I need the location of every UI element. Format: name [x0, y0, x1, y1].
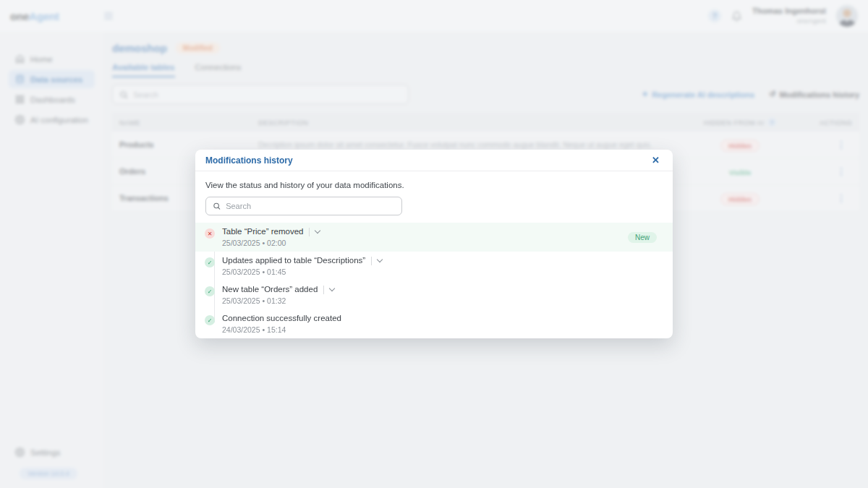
modification-title: Updates applied to table “Descriptions” — [222, 256, 365, 265]
modification-title: Connection successfully created — [222, 314, 341, 323]
divider — [371, 257, 372, 265]
modification-item: ✓ New table “Orders” added 25/03/2025 • … — [195, 281, 673, 309]
modification-title: Table “Price” removed — [222, 227, 303, 236]
chevron-down-icon[interactable] — [329, 286, 335, 291]
close-icon[interactable]: ✕ — [649, 153, 663, 167]
modal-search-input[interactable] — [226, 202, 395, 210]
divider — [309, 228, 310, 236]
modification-date: 25/03/2025 • 02:00 — [222, 239, 320, 247]
modification-title: New table “Orders” added — [222, 285, 318, 294]
modification-date: 25/03/2025 • 01:32 — [222, 296, 334, 305]
new-badge: New — [628, 232, 657, 243]
modal-search[interactable] — [205, 197, 402, 215]
modal-title: Modifications history — [205, 155, 293, 166]
chevron-down-icon[interactable] — [315, 228, 320, 234]
search-icon — [213, 202, 221, 210]
modification-item: ✕ Table “Price” removed 25/03/2025 • 02:… — [195, 223, 673, 252]
modification-date: 25/03/2025 • 01:45 — [222, 267, 382, 276]
success-status-icon: ✓ — [205, 257, 215, 267]
divider — [323, 286, 324, 294]
modification-item: ✓ Connection successfully created 24/03/… — [195, 309, 673, 338]
modification-item: ✓ Updates applied to table “Descriptions… — [195, 252, 673, 281]
modal-description: View the status and history of your data… — [205, 181, 663, 189]
modification-date: 24/03/2025 • 15:14 — [222, 325, 341, 334]
chevron-down-icon[interactable] — [377, 257, 383, 262]
success-status-icon: ✓ — [205, 286, 215, 296]
error-status-icon: ✕ — [205, 228, 215, 239]
success-status-icon: ✓ — [205, 315, 215, 325]
modifications-history-modal: Modifications history ✕ View the status … — [195, 150, 673, 338]
modifications-list: ✕ Table “Price” removed 25/03/2025 • 02:… — [195, 223, 673, 338]
